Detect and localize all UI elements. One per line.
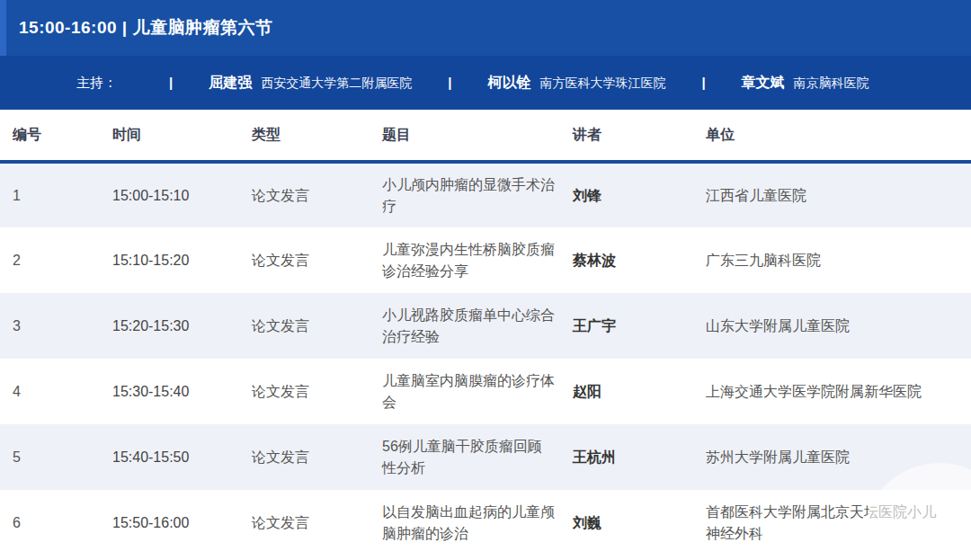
cell-no: 6	[0, 490, 112, 556]
cell-type: 论文发言	[252, 162, 382, 227]
cell-type: 论文发言	[252, 490, 382, 556]
cell-speaker: 刘锋	[573, 162, 706, 227]
table-row: 1 15:00-15:10 论文发言 小儿颅内肿瘤的显微手术治疗 刘锋 江西省儿…	[0, 162, 971, 227]
cell-speaker: 刘巍	[573, 490, 706, 556]
cell-org: 山东大学附属儿童医院	[706, 293, 971, 359]
cell-time: 15:20-15:30	[112, 293, 252, 359]
cell-title: 儿童脑室内脑膜瘤的诊疗体会	[382, 359, 573, 424]
column-header-type: 类型	[252, 110, 382, 162]
host-item: | 柯以铨 南方医科大学珠江医院	[412, 74, 665, 93]
cell-type: 论文发言	[252, 424, 382, 490]
table-row: 4 15:30-15:40 论文发言 儿童脑室内脑膜瘤的诊疗体会 赵阳 上海交通…	[0, 359, 971, 424]
cell-org: 上海交通大学医学院附属新华医院	[706, 359, 971, 424]
cell-type: 论文发言	[252, 359, 382, 424]
cell-no: 4	[0, 359, 112, 424]
session-title: 15:00-16:00 | 儿童脑肿瘤第六节	[19, 16, 272, 40]
cell-time: 15:40-15:50	[112, 424, 252, 490]
cell-type: 论文发言	[252, 293, 382, 359]
host-separator: |	[448, 75, 451, 90]
cell-title: 儿童弥漫内生性桥脑胶质瘤诊治经验分享	[382, 227, 573, 293]
cell-speaker: 王杭州	[573, 424, 706, 490]
cell-time: 15:10-15:20	[112, 227, 252, 293]
cell-org: 广东三九脑科医院	[706, 227, 971, 293]
cell-title: 以自发脑出血起病的儿童颅脑肿瘤的诊治	[382, 490, 573, 556]
table-row: 5 15:40-15:50 论文发言 56例儿童脑干胶质瘤回顾性分析 王杭州 苏…	[0, 424, 971, 490]
table-row: 3 15:20-15:30 论文发言 小儿视路胶质瘤单中心综合治疗经验 王广宇 …	[0, 293, 971, 359]
host-name: 屈建强	[209, 74, 252, 93]
column-header-speaker: 讲者	[573, 110, 706, 162]
host-affiliation: 南京脑科医院	[794, 76, 869, 92]
cell-org: 苏州大学附属儿童医院	[706, 424, 971, 490]
cell-no: 1	[0, 162, 112, 227]
cell-time: 15:00-15:10	[112, 162, 252, 227]
host-separator: |	[701, 75, 705, 90]
column-header-title: 题目	[382, 110, 573, 162]
hosts-label: 主持：	[76, 75, 117, 92]
cell-speaker: 王广宇	[573, 293, 706, 359]
cell-org: 江西省儿童医院	[706, 162, 971, 227]
cell-no: 2	[0, 227, 112, 293]
cell-speaker: 蔡林波	[573, 227, 706, 293]
host-separator: |	[169, 75, 173, 90]
table-row: 2 15:10-15:20 论文发言 儿童弥漫内生性桥脑胶质瘤诊治经验分享 蔡林…	[0, 227, 971, 293]
column-header-time: 时间	[112, 110, 252, 162]
host-affiliation: 西安交通大学第二附属医院	[261, 76, 412, 92]
column-header-org: 单位	[706, 110, 971, 162]
cell-speaker: 赵阳	[573, 359, 706, 424]
host-item: | 屈建强 西安交通大学第二附属医院	[133, 74, 412, 93]
cell-time: 15:50-16:00	[112, 490, 252, 556]
cell-title: 56例儿童脑干胶质瘤回顾性分析	[382, 424, 573, 490]
cell-time: 15:30-15:40	[112, 359, 252, 424]
cell-type: 论文发言	[252, 227, 382, 293]
conference-schedule-page: { "session": { "title": "15:00-16:00 | 儿…	[0, 0, 971, 560]
cell-title: 小儿视路胶质瘤单中心综合治疗经验	[382, 293, 573, 359]
cell-no: 3	[0, 293, 112, 359]
host-name: 章文斌	[742, 74, 785, 93]
host-affiliation: 南方医科大学珠江医院	[539, 76, 665, 92]
host-name: 柯以铨	[487, 74, 530, 93]
schedule-table-header: 编号 时间 类型 题目 讲者 单位	[0, 110, 971, 162]
hosts-bar: 主持： | 屈建强 西安交通大学第二附属医院 | 柯以铨 南方医科大学珠江医院 …	[0, 56, 971, 110]
cell-no: 5	[0, 424, 112, 490]
host-item: | 章文斌 南京脑科医院	[665, 74, 869, 93]
column-header-no: 编号	[0, 110, 112, 162]
schedule-table: 编号 时间 类型 题目 讲者 单位 1 15:00-15:10 论文发言 小儿颅…	[0, 110, 971, 556]
table-row: 6 15:50-16:00 论文发言 以自发脑出血起病的儿童颅脑肿瘤的诊治 刘巍…	[0, 490, 971, 556]
cell-org: 首都医科大学附属北京天坛医院小儿神经外科	[706, 490, 971, 556]
cell-title: 小儿颅内肿瘤的显微手术治疗	[382, 162, 573, 227]
session-title-bar: 15:00-16:00 | 儿童脑肿瘤第六节	[0, 0, 971, 56]
